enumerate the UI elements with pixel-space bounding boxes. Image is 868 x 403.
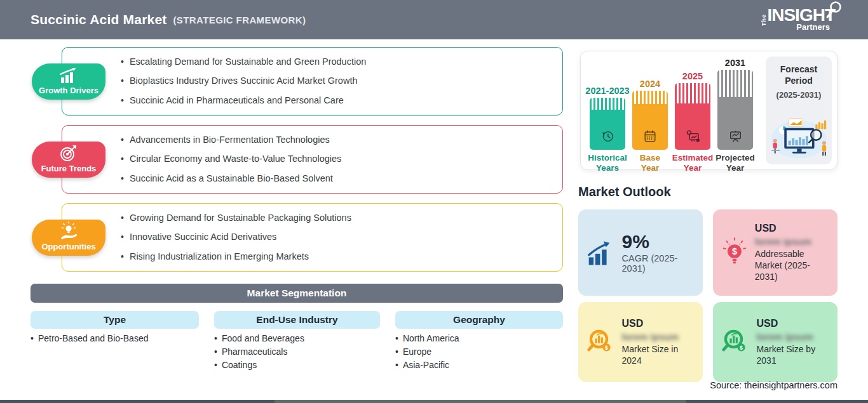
list-item: Growing Demand for Sustainable Packaging… (121, 213, 562, 224)
bullet-text: Innovative Succinic Acid Derivatives (130, 232, 276, 242)
badge-label: Future Trends (41, 164, 97, 173)
bullet-text: Food and Beverages (222, 333, 304, 343)
card-label: Addressable Market (2025-2031) (755, 248, 830, 283)
gear-monitor-icon (684, 128, 702, 145)
market-outlook-title: Market Outlook (578, 185, 671, 199)
market-size-2024-card: $ USD lorem ipsum Market Size in 2024 (578, 302, 703, 382)
opportunities-box: Growing Demand for Sustainable Packaging… (62, 203, 563, 272)
history-clock-icon (599, 128, 616, 145)
bar-striped-cap (590, 98, 625, 110)
bar-year-label: 2021-2023 (585, 86, 629, 96)
forecast-period-panel: Forecast Period (2025-2031) (766, 56, 832, 164)
bullet-text: Growing Demand for Sustainable Packaging… (130, 213, 351, 223)
column-label: End-Use Industry (256, 314, 337, 326)
cagr-value: 9% (622, 232, 695, 252)
opportunities-badge: Opportunities (32, 220, 105, 256)
market-segmentation-header: Market Segmentation (31, 284, 563, 303)
bullet-text: Escalating Demand for Sustainable and Gr… (130, 56, 366, 67)
bullet-text: Europe (403, 347, 431, 357)
list-item: Food and Beverages (214, 333, 304, 343)
bullet-text: Succinic Acid as a Sustainable Bio-Based… (130, 173, 333, 183)
list-item: Europe (395, 347, 459, 357)
badge-label: Growth Drivers (39, 86, 98, 95)
list-item: Innovative Succinic Acid Derivatives (121, 232, 562, 243)
logo-the-text: The (761, 10, 767, 29)
bottom-accent-strip (0, 400, 868, 403)
blurred-market-value: lorem ipsum (755, 236, 830, 247)
future-trends-badge: Future Trends (32, 142, 105, 178)
magnifier-dollar-chart-icon: $ (721, 327, 750, 357)
forecast-period-range: (2025-2031) (766, 90, 832, 100)
forecast-bars: 2021-2023 Historical Years (590, 56, 753, 173)
bar-projected-year: 2031 Projected Year (717, 56, 753, 173)
column-label: Geography (453, 314, 505, 326)
type-list: Petro-Based and Bio-Based (31, 333, 148, 343)
bullet-text: Pharmaceuticals (222, 347, 288, 357)
calendar-icon (642, 128, 658, 145)
bullet-text: Advancements in Bio-Fermentation Technol… (130, 135, 330, 145)
bar-year-label: 2025 (682, 71, 703, 81)
cagr-card: 9% CAGR (2025-2031) (578, 209, 703, 296)
currency-label: USD (755, 223, 830, 234)
segment-column-end-use: End-Use Industry (214, 311, 380, 329)
bar-historical-years: 2021-2023 Historical Years (590, 56, 625, 173)
magnifier-dollar-chart-icon: $ (586, 327, 616, 357)
currency-label: USD (757, 318, 830, 329)
blurred-market-value: lorem ipsum (757, 331, 830, 342)
svg-text:$: $ (740, 345, 743, 351)
bar (675, 83, 710, 150)
bullet-text: Petro-Based and Bio-Based (38, 333, 149, 343)
bar-base-year: 2024 Base Year (632, 56, 668, 173)
bar-caption: Estimated Year (672, 153, 714, 173)
bar-striped-cap (675, 83, 710, 103)
bullet-text: Bioplastics Industry Drives Succinic Aci… (130, 76, 358, 86)
segmentation-title: Market Segmentation (247, 287, 347, 299)
list-item: Bioplastics Industry Drives Succinic Aci… (121, 76, 562, 87)
target-dart-icon (59, 145, 78, 162)
bar-year-label: 2031 (725, 58, 745, 68)
svg-text:$: $ (732, 246, 737, 256)
market-size-2031-card: $ USD lorem ipsum Market Size by 2031 (713, 302, 837, 382)
bar (632, 91, 668, 150)
bar-estimated-year: 2025 Estimated Year (675, 56, 710, 173)
lightbulb-hand-icon (58, 221, 79, 241)
bullet-text: Circular Economy and Waste-to-Value Tech… (130, 154, 341, 164)
card-label: Market Size by 2031 (757, 343, 830, 366)
list-item: Succinic Acid as a Sustainable Bio-Based… (121, 173, 562, 185)
bar-chart-arrow-icon (586, 237, 616, 268)
svg-text:$: $ (605, 345, 608, 351)
currency-label: USD (622, 318, 695, 329)
magnifier-icon (825, 1, 844, 23)
list-item: Petro-Based and Bio-Based (31, 333, 148, 343)
dollar-lightbulb-icon: $ (721, 236, 749, 269)
presentation-chart-icon (727, 128, 744, 145)
column-label: Type (104, 314, 126, 326)
list-item: Escalating Demand for Sustainable and Gr… (121, 56, 562, 68)
badge-label: Opportunities (41, 242, 95, 251)
header-bar: Succinic Acid Market (STRATEGIC FRAMEWOR… (0, 0, 868, 39)
forecast-timeline-card: 2021-2023 Historical Years (580, 51, 837, 170)
bar-striped-cap (717, 70, 753, 97)
segment-column-geography: Geography (395, 311, 563, 329)
list-item: Advancements in Bio-Fermentation Technol… (121, 135, 562, 146)
bar (590, 98, 625, 150)
forecast-period-title: Forecast Period (766, 64, 832, 86)
bullet-text: Coatings (222, 360, 257, 370)
addressable-market-card: $ USD lorem ipsum Addressable Market (20… (713, 209, 837, 296)
bullet-text: Rising Industrialization in Emerging Mar… (130, 251, 309, 261)
list-item: North America (395, 333, 459, 343)
bullet-text: Asia-Pacific (403, 360, 449, 370)
bullet-text: North America (403, 333, 459, 343)
blurred-market-value: lorem ipsum (622, 331, 695, 342)
page-title: Succinic Acid Market (31, 12, 166, 27)
list-item: Succinic Acid in Pharmaceuticals and Per… (121, 95, 562, 107)
list-item: Circular Economy and Waste-to-Value Tech… (121, 154, 562, 165)
bullet-text: Succinic Acid in Pharmaceuticals and Per… (130, 95, 344, 105)
future-trends-box: Advancements in Bio-Fermentation Technol… (62, 125, 563, 194)
growth-drivers-badge: Growth Drivers (32, 63, 105, 100)
growth-drivers-box: Escalating Demand for Sustainable and Gr… (62, 47, 563, 116)
list-item: Asia-Pacific (395, 360, 459, 370)
growth-bars-arrow-icon (57, 67, 80, 84)
bar-striped-cap (632, 91, 668, 104)
bar-caption: Base Year (632, 153, 668, 173)
